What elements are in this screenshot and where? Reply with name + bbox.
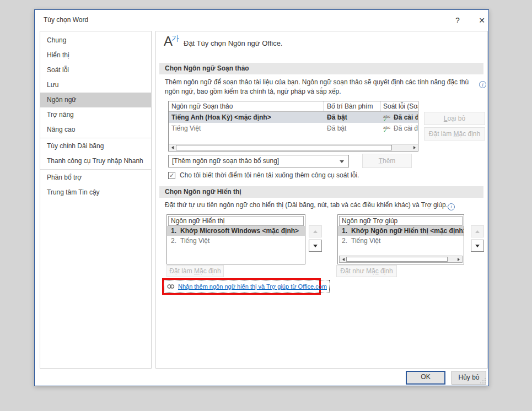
resize-grip[interactable] (480, 377, 486, 384)
page-title: Đặt Tùy chọn Ngôn ngữ Office. (184, 39, 283, 47)
scrollbar-thumb[interactable] (176, 145, 392, 150)
add-editing-language-dropdown[interactable]: [Thêm ngôn ngữ soạn thảo bổ sung] (168, 155, 349, 167)
checkbox-label: Cho tôi biết thời điểm tôi nên tải xuống… (180, 171, 359, 179)
chevron-down-icon (340, 160, 344, 163)
info-icon[interactable]: i (448, 203, 455, 210)
cell-proofing: abc✓Đã cài đặt (380, 112, 418, 123)
title-bar: Tùy chọn Word ? ✕ (35, 10, 488, 31)
column-header-editing-language[interactable]: Ngôn ngữ Soạn thảo (169, 101, 324, 111)
arrow-down-icon (313, 245, 318, 247)
cell-keyboard: Đã bật (324, 112, 380, 123)
table-header-row: Ngôn ngữ Soạn thảo Bố trí Bàn phím Soát … (169, 101, 418, 112)
ok-button[interactable]: OK (406, 371, 445, 385)
add-button[interactable]: Thêm (362, 154, 412, 168)
section-editing-languages: Chọn Ngôn ngữ Soạn thảo (159, 63, 483, 74)
language-a-ga-icon: A가 (164, 34, 184, 50)
list-item[interactable]: 2. Tiếng Việt (338, 236, 464, 246)
link-rings-icon (166, 283, 175, 290)
checkbox-checked-icon[interactable]: ✓ (168, 172, 175, 179)
display-language-listbox: Ngôn ngữ Hiển thị 1. Khớp Microsoft Wind… (166, 214, 305, 264)
column-header-proofing[interactable]: Soát lỗi (Soát chính tả, Ngữ ph (380, 101, 418, 111)
cell-language: Tiếng Anh (Hoa Kỳ) <mặc định> (169, 112, 324, 123)
help-button[interactable]: ? (450, 14, 465, 27)
set-help-default-button[interactable]: Đặt như Mặc định (336, 265, 397, 277)
move-down-button[interactable] (309, 240, 322, 252)
notify-proofing-tools-checkbox[interactable]: ✓ Cho tôi biết thời điểm tôi nên tải xuố… (168, 171, 359, 179)
sidebar-item-add-ins[interactable]: Phần bổ trợ (40, 170, 151, 185)
editing-description: Thêm ngôn ngữ để soạn thảo tài liệu của … (165, 78, 471, 96)
sidebar-item-display[interactable]: Hiển thị (40, 48, 151, 63)
display-language-list-header: Ngôn ngữ Hiển thị (168, 216, 304, 226)
arrow-down-icon (475, 245, 480, 247)
list-item[interactable]: 1. Khớp Ngôn ngữ Hiển thị <mặc định> (338, 226, 464, 236)
dropdown-selected-value: [Thêm ngôn ngữ soạn thảo bổ sung] (172, 157, 279, 165)
cell-keyboard: Đã bật (324, 123, 380, 134)
set-display-default-button[interactable]: Đặt làm Mặc định (166, 265, 224, 277)
language-options-panel: A가 Đặt Tùy chọn Ngôn ngữ Office. Chọn Ng… (155, 31, 488, 369)
move-up-button[interactable] (471, 225, 484, 237)
sidebar: Chung Hiển thị Soát lỗi Lưu Ngôn ngữ Trợ… (40, 31, 152, 369)
sidebar-item-trust-center[interactable]: Trung tâm Tin cậy (40, 185, 151, 200)
sidebar-item-accessibility[interactable]: Trợ năng (40, 107, 151, 122)
table-row[interactable]: Tiếng Việt Đã bật abc✓Đã cài đặt (169, 123, 418, 134)
help-language-list-header: Ngôn ngữ Trợ giúp (339, 216, 463, 226)
list-horizontal-scrollbar[interactable] (339, 256, 463, 263)
scroll-right-icon[interactable] (411, 144, 418, 151)
table-horizontal-scrollbar[interactable] (169, 144, 418, 151)
arrow-up-icon (475, 230, 480, 233)
remove-button[interactable]: Loại bỏ (424, 112, 485, 125)
section-display-language: Chọn Ngôn ngữ Hiển thị (159, 186, 483, 198)
list-item[interactable]: 2. Tiếng Việt (167, 236, 305, 246)
list-item[interactable]: 1. Khớp Microsoft Windows <mặc định> (167, 226, 305, 236)
sidebar-item-proofing[interactable]: Soát lỗi (40, 63, 151, 78)
spellcheck-abc-icon: abc✓ (383, 115, 392, 122)
scrollbar-thumb[interactable] (346, 257, 448, 262)
sidebar-divider (40, 169, 151, 170)
move-down-button[interactable] (471, 240, 484, 252)
info-icon[interactable]: i (479, 81, 486, 88)
scroll-left-icon[interactable] (169, 144, 176, 151)
red-highlight-annotation: Nhận thêm ngôn ngữ hiển thị và Trợ giúp … (162, 278, 321, 295)
dialog-title: Tùy chọn Word (44, 16, 88, 24)
office-link-container: Nhận thêm ngôn ngữ hiển thị và Trợ giúp … (164, 280, 330, 293)
sidebar-item-general[interactable]: Chung (40, 33, 151, 48)
editing-languages-table: Ngôn ngữ Soạn thảo Bố trí Bàn phím Soát … (168, 101, 418, 152)
set-as-default-button[interactable]: Đặt làm Mặc định (424, 127, 485, 140)
sidebar-item-customize-ribbon[interactable]: Tùy chỉnh Dải băng (40, 139, 151, 154)
scroll-right-icon[interactable] (455, 256, 462, 262)
word-options-dialog: Tùy chọn Word ? ✕ Chung Hiển thị Soát lỗ… (34, 9, 489, 386)
sidebar-item-quick-access-toolbar[interactable]: Thanh công cụ Truy nhập Nhanh (40, 154, 151, 169)
arrow-up-icon (313, 230, 318, 233)
desktop-background: { "colors": { "accent_blue": "#2B579A", … (0, 0, 532, 411)
column-header-keyboard-layout[interactable]: Bố trí Bàn phím (324, 101, 380, 111)
sidebar-item-save[interactable]: Lưu (40, 78, 151, 93)
sidebar-item-advanced[interactable]: Nâng cao (40, 122, 151, 137)
help-language-listbox: Ngôn ngữ Trợ giúp 1. Khớp Ngôn ngữ Hiển … (337, 214, 464, 264)
spellcheck-abc-icon: abc✓ (383, 126, 392, 133)
move-up-button[interactable] (309, 225, 322, 237)
close-button[interactable]: ✕ (474, 14, 490, 27)
display-description: Đặt thứ tự ưu tiên ngôn ngữ cho hiển thị… (165, 201, 485, 210)
cell-proofing: abc✓Đã cài đặt (380, 123, 418, 134)
get-more-languages-link[interactable]: Nhận thêm ngôn ngữ hiển thị và Trợ giúp … (178, 283, 327, 290)
cell-language: Tiếng Việt (169, 123, 324, 134)
sidebar-item-language[interactable]: Ngôn ngữ (40, 93, 151, 107)
sidebar-divider (40, 138, 151, 138)
table-row[interactable]: Tiếng Anh (Hoa Kỳ) <mặc định> Đã bật abc… (169, 112, 418, 123)
